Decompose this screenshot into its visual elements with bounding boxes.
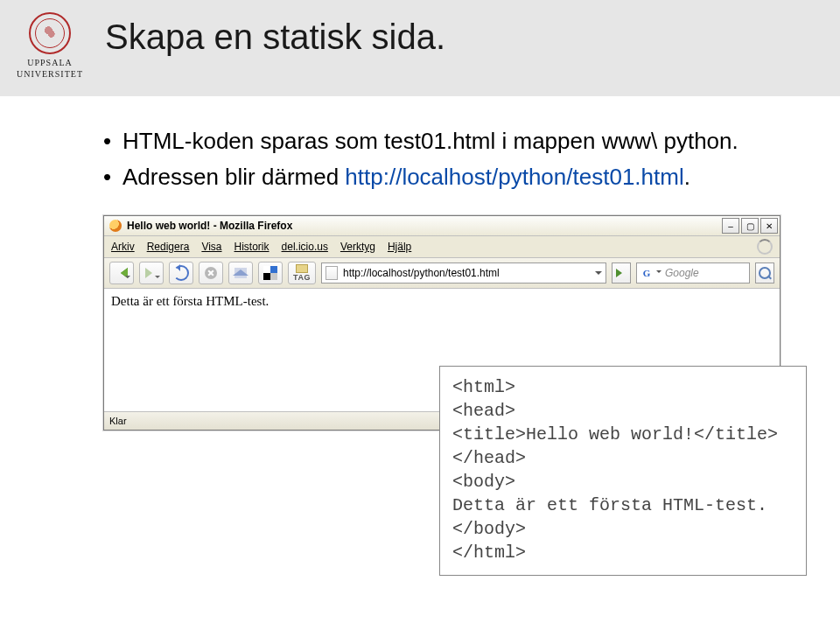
code-line-6: Detta är ett första HTML-test. xyxy=(452,494,794,517)
url-text: http://localhost/python/test01.html xyxy=(343,267,590,279)
menu-hjalp[interactable]: Hjälp xyxy=(388,241,411,253)
address-bar[interactable]: http://localhost/python/test01.html xyxy=(321,262,606,284)
university-name-line2: UNIVERSITET xyxy=(17,69,83,79)
search-placeholder: Google xyxy=(665,267,746,279)
maximize-button[interactable]: ▢ xyxy=(741,218,759,234)
browser-toolbar: TAG http://localhost/python/test01.html … xyxy=(104,258,780,289)
university-logo: UPPSALA UNIVERSITET xyxy=(16,12,84,80)
go-button[interactable] xyxy=(612,262,631,284)
reload-icon xyxy=(173,265,189,281)
code-line-2: <head> xyxy=(452,399,794,423)
menu-redigera[interactable]: Redigera xyxy=(147,241,190,253)
code-line-1: <html> xyxy=(452,375,794,399)
browser-titlebar: Hello web world! - Mozilla Firefox – ▢ ✕ xyxy=(104,216,780,236)
code-line-5: <body> xyxy=(452,470,794,494)
browser-menubar: Arkiv Redigera Visa Historik del.icio.us… xyxy=(104,236,780,258)
forward-button[interactable] xyxy=(139,262,164,284)
tag-label: TAG xyxy=(293,274,311,282)
delicious-icon xyxy=(263,266,277,280)
throbber-icon xyxy=(757,239,773,255)
go-arrow-icon xyxy=(616,269,626,277)
menu-arkiv[interactable]: Arkiv xyxy=(111,241,135,253)
slide-header: UPPSALA UNIVERSITET Skapa en statisk sid… xyxy=(0,0,840,96)
menu-verktyg[interactable]: Verktyg xyxy=(340,241,375,253)
bullet-2: Adressen blir därmed http://localhost/py… xyxy=(103,162,788,192)
window-buttons: – ▢ ✕ xyxy=(722,218,778,234)
home-button[interactable] xyxy=(228,262,253,284)
stop-button[interactable] xyxy=(199,262,223,284)
firefox-icon xyxy=(109,220,122,232)
home-icon xyxy=(234,268,247,278)
menu-visa[interactable]: Visa xyxy=(201,241,221,253)
bullet-list: HTML-koden sparas som test01.html i mapp… xyxy=(103,126,788,192)
forward-arrow-icon xyxy=(145,268,158,278)
bullet-1-text: HTML-koden sparas som test01.html i mapp… xyxy=(122,128,738,154)
university-name: UPPSALA UNIVERSITET xyxy=(16,58,84,80)
magnifier-icon xyxy=(759,267,771,279)
search-engine-icon: G xyxy=(640,267,653,279)
bullet-2-prefix: Adressen blir därmed xyxy=(122,164,345,190)
status-text: Klar xyxy=(109,416,127,426)
bullet-1: HTML-koden sparas som test01.html i mapp… xyxy=(103,126,788,157)
menu-historik[interactable]: Historik xyxy=(234,241,270,253)
back-button[interactable] xyxy=(109,262,134,284)
delicious-button[interactable] xyxy=(258,262,283,284)
code-line-3: <title>Hello web world!</title> xyxy=(452,423,794,446)
page-icon xyxy=(326,266,338,280)
tag-button[interactable]: TAG xyxy=(288,262,316,284)
bullet-2-link: http://localhost/python/test01.html xyxy=(345,164,683,190)
code-line-8: </html> xyxy=(452,541,794,564)
back-arrow-icon xyxy=(116,268,128,278)
slide-title: Skapa en statisk sida. xyxy=(105,18,445,57)
reload-button[interactable] xyxy=(169,262,193,284)
close-button[interactable]: ✕ xyxy=(760,218,778,234)
code-line-7: </body> xyxy=(452,517,794,541)
stop-icon xyxy=(205,267,217,279)
bullet-2-suffix: . xyxy=(684,164,690,190)
university-name-line1: UPPSALA xyxy=(27,58,72,67)
search-engine-dropdown-icon[interactable] xyxy=(656,270,662,276)
code-line-4: </head> xyxy=(452,446,794,470)
menu-delicious[interactable]: del.icio.us xyxy=(282,241,328,253)
window-title: Hello web world! - Mozilla Firefox xyxy=(127,220,722,232)
page-body-text: Detta är ett första HTML-test. xyxy=(111,294,269,308)
university-seal-icon xyxy=(29,12,71,54)
search-button[interactable] xyxy=(755,262,774,284)
minimize-button[interactable]: – xyxy=(722,218,739,234)
search-box[interactable]: G Google xyxy=(636,262,750,284)
html-source-panel: <html> <head> <title>Hello web world!</t… xyxy=(439,366,807,576)
url-dropdown-icon[interactable] xyxy=(595,271,602,278)
